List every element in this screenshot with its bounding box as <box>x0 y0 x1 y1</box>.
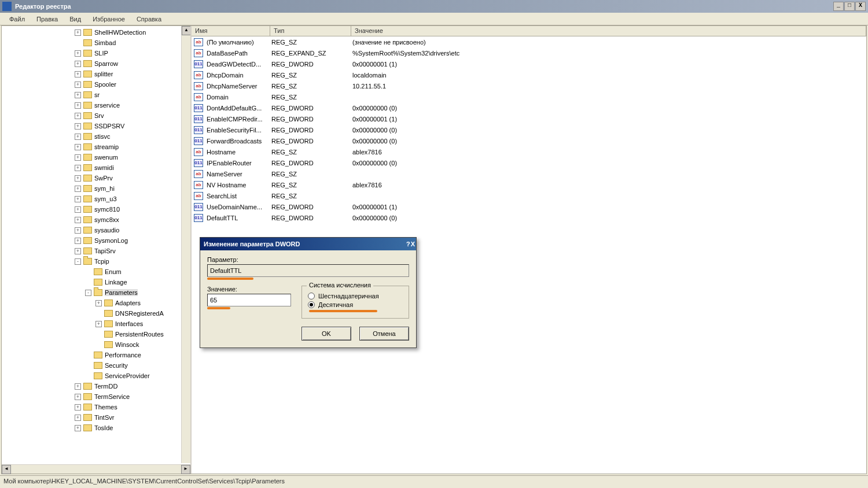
tree-item[interactable]: +SysmonLog <box>2 235 190 246</box>
expand-icon[interactable]: + <box>75 61 81 67</box>
expand-icon[interactable]: + <box>75 404 81 411</box>
list-row[interactable]: 011UseDomainName...REG_DWORD0x00000001 (… <box>192 201 866 212</box>
tree-item[interactable]: Linkage <box>2 277 190 287</box>
menu-file[interactable]: Файл <box>3 14 31 24</box>
tree-item[interactable]: +stisvc <box>2 131 190 142</box>
list-row[interactable]: 011ForwardBroadcastsREG_DWORD0x00000000 … <box>192 135 866 146</box>
tree-item[interactable]: +SwPrv <box>2 173 190 183</box>
list-row[interactable]: ab(По умолчанию)REG_SZ(значение не присв… <box>192 36 866 47</box>
tree-item[interactable]: +symc8xx <box>2 215 190 225</box>
tree-item[interactable]: +TermService <box>2 391 190 402</box>
tree-item[interactable]: +TintSvr <box>2 412 190 423</box>
tree-item[interactable]: +Sparrow <box>2 58 190 69</box>
expand-icon[interactable]: + <box>75 71 81 77</box>
tree-item[interactable]: +swmidi <box>2 162 190 173</box>
tree-item[interactable]: Performance <box>2 350 190 360</box>
list-row[interactable]: abNV HostnameREG_SZablex7816 <box>192 179 866 190</box>
expand-icon[interactable]: + <box>75 134 81 140</box>
tree-item[interactable]: +streamip <box>2 142 190 152</box>
tree-item[interactable]: +swenum <box>2 152 190 162</box>
tree-item[interactable]: DNSRegisteredA <box>2 308 190 319</box>
tree-vertical-scrollbar[interactable]: ▲ <box>181 26 190 463</box>
expand-icon[interactable]: + <box>75 144 81 150</box>
tree-item[interactable]: Enum <box>2 267 190 277</box>
expand-icon[interactable]: + <box>75 248 81 254</box>
radio-dec[interactable] <box>308 301 315 308</box>
tree-item[interactable]: +symc810 <box>2 204 190 215</box>
collapse-icon[interactable]: - <box>85 290 91 296</box>
tree-item[interactable]: +Interfaces <box>2 319 190 329</box>
tree-item[interactable]: +TapiSrv <box>2 246 190 256</box>
expand-icon[interactable]: + <box>75 227 81 234</box>
dialog-title-bar[interactable]: Изменение параметра DWORD ? X <box>200 238 416 250</box>
column-value[interactable]: Значение <box>351 26 866 36</box>
tree-item[interactable]: +sr <box>2 90 190 100</box>
tree-item[interactable]: +srservice <box>2 100 190 110</box>
minimize-button[interactable]: _ <box>833 2 844 11</box>
list-row[interactable]: 011EnableSecurityFil...REG_DWORD0x000000… <box>192 124 866 135</box>
list-row[interactable]: 011DefaultTTLREG_DWORD0x00000000 (0) <box>192 212 866 223</box>
tree-item[interactable]: +Themes <box>2 402 190 412</box>
expand-icon[interactable]: + <box>75 206 81 213</box>
menu-help[interactable]: Справка <box>131 14 167 24</box>
scroll-up-icon[interactable]: ▲ <box>182 26 191 35</box>
list-row[interactable]: abDataBasePathREG_EXPAND_SZ%SystemRoot%\… <box>192 47 866 58</box>
expand-icon[interactable]: + <box>95 321 102 327</box>
expand-icon[interactable]: + <box>75 102 81 109</box>
tree-item[interactable]: +sym_hi <box>2 183 190 194</box>
dialog-help-button[interactable]: ? <box>406 241 410 247</box>
menu-edit[interactable]: Правка <box>31 14 64 24</box>
tree-horizontal-scrollbar[interactable]: ◄ ► <box>2 464 190 474</box>
expand-icon[interactable]: + <box>75 415 81 421</box>
ok-button[interactable]: OK <box>301 327 351 341</box>
scroll-left-icon[interactable]: ◄ <box>2 465 11 474</box>
registry-value-list[interactable]: ab(По умолчанию)REG_SZ(значение не присв… <box>192 36 866 223</box>
tree-item[interactable]: +sym_u3 <box>2 194 190 204</box>
expand-icon[interactable]: + <box>75 29 81 36</box>
close-button[interactable]: X <box>855 2 866 11</box>
expand-icon[interactable]: + <box>95 300 102 306</box>
menu-favorites[interactable]: Избранное <box>87 14 131 24</box>
column-name[interactable]: Имя <box>192 26 270 36</box>
column-type[interactable]: Тип <box>270 26 351 36</box>
dialog-close-button[interactable]: X <box>411 241 415 247</box>
expand-icon[interactable]: + <box>75 92 81 98</box>
tree-item[interactable]: ServiceProvider <box>2 371 190 381</box>
expand-icon[interactable]: + <box>75 217 81 223</box>
tree-item[interactable]: +TermDD <box>2 381 190 391</box>
tree-item[interactable]: +TosIde <box>2 423 190 433</box>
maximize-button[interactable]: □ <box>844 2 855 11</box>
value-input[interactable] <box>207 294 291 306</box>
expand-icon[interactable]: + <box>75 82 81 88</box>
tree-item[interactable]: -Parameters <box>2 287 190 298</box>
tree-item[interactable]: PersistentRoutes <box>2 329 190 339</box>
tree-item[interactable]: +splitter <box>2 69 190 79</box>
expand-icon[interactable]: + <box>75 123 81 130</box>
tree-item[interactable]: +ShellHWDetection <box>2 27 190 38</box>
expand-icon[interactable]: + <box>75 175 81 182</box>
expand-icon[interactable]: + <box>75 186 81 192</box>
expand-icon[interactable]: + <box>75 196 81 202</box>
tree-item[interactable]: +SSDPSRV <box>2 121 190 131</box>
list-row[interactable]: abDhcpNameServerREG_SZ10.211.55.1 <box>192 80 866 91</box>
tree-item[interactable]: +Spooler <box>2 79 190 90</box>
expand-icon[interactable]: + <box>75 238 81 244</box>
list-row[interactable]: 011EnableICMPRedir...REG_DWORD0x00000001… <box>192 113 866 124</box>
tree-item[interactable]: +Srv <box>2 110 190 121</box>
list-row[interactable]: 011DeadGWDetectD...REG_DWORD0x00000001 (… <box>192 58 866 69</box>
collapse-icon[interactable]: - <box>75 258 81 265</box>
list-row[interactable]: abNameServerREG_SZ <box>192 168 866 179</box>
tree-item[interactable]: -Tcpip <box>2 256 190 267</box>
expand-icon[interactable]: + <box>75 50 81 57</box>
expand-icon[interactable]: + <box>75 394 81 400</box>
registry-tree[interactable]: +ShellHWDetectionSimbad+SLIP+Sparrow+spl… <box>2 26 190 434</box>
list-row[interactable]: abHostnameREG_SZablex7816 <box>192 146 866 157</box>
radio-hex[interactable] <box>308 293 315 300</box>
list-row[interactable]: abDomainREG_SZ <box>192 91 866 102</box>
list-row[interactable]: 011DontAddDefaultG...REG_DWORD0x00000000… <box>192 102 866 113</box>
tree-item[interactable]: Winsock <box>2 339 190 350</box>
tree-item[interactable]: +SLIP <box>2 48 190 58</box>
list-row[interactable]: abSearchListREG_SZ <box>192 190 866 201</box>
radio-hex-row[interactable]: Шестнадцатеричная <box>308 293 403 300</box>
radio-dec-row[interactable]: Десятичная <box>308 301 403 308</box>
